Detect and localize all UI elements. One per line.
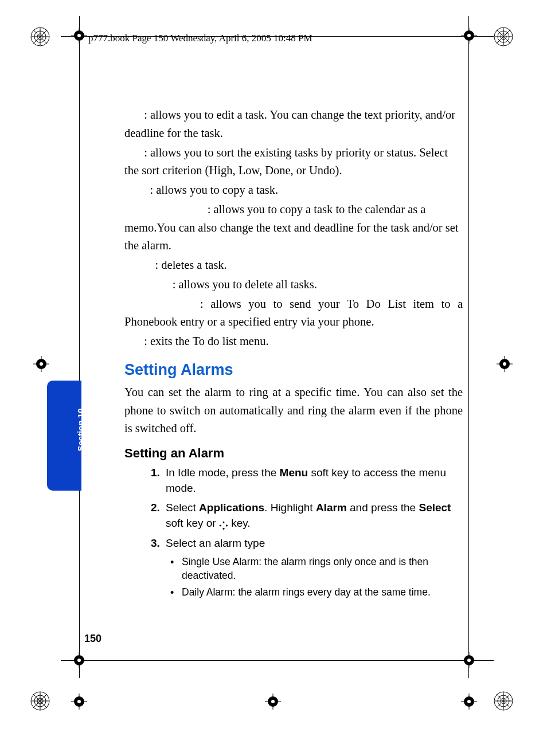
nav-key-icon [219,519,228,528]
crosshair-top-left [71,28,87,44]
step-number: 2. [151,500,160,516]
crosshair-bottom-right [461,652,477,668]
option-copy-to-calendar: Copy to Calendar: allows you to copy a t… [124,201,463,255]
crosshair-bottom-right-outer [461,694,477,710]
registration-mark-tl [30,27,50,47]
option-delete: Delete: deletes a task. [124,256,463,275]
crosshair-top-right [461,28,477,44]
step-2: 2. Select Applications. Highlight Alarm … [151,500,463,531]
svg-point-31 [467,34,471,37]
svg-point-63 [467,700,471,703]
svg-marker-67 [226,524,228,527]
crosshair-bottom-center [265,694,281,710]
step-number: 1. [151,465,160,481]
crop-line-bottom [61,660,494,661]
heading-setting-alarms: Setting Alarms [124,361,463,379]
option-exit: Exit: exits the To do list menu. [124,332,463,351]
svg-point-47 [77,659,81,662]
heading-setting-an-alarm: Setting an Alarm [124,446,463,461]
content-area: Edit: allows you to edit a task. You can… [124,106,463,603]
step-3: 3. Select an alarm type [151,536,463,551]
page-header-text: p777.book Page 150 Wednesday, April 6, 2… [88,33,312,44]
crosshair-left [33,356,49,372]
option-edit: Edit: allows you to edit a task. You can… [124,106,463,143]
crosshair-bottom-left-outer [71,694,87,710]
svg-marker-65 [222,528,225,530]
svg-point-59 [77,700,81,703]
page-number: 150 [84,633,101,645]
registration-mark-bl [30,691,50,711]
crosshair-right [497,356,513,372]
svg-point-51 [467,659,471,662]
step-number: 3. [151,536,160,551]
crosshair-bottom-left [71,652,87,668]
crop-line-right [468,16,469,678]
option-send-via: Send via SMS: allows you to send your To… [124,295,463,332]
bullet-daily-alarm: Daily Alarm: the alarm rings every day a… [170,586,463,600]
bullet-single-use: Single Use Alarm: the alarm rings only o… [170,555,463,582]
section-tab-label: Section 10 [76,401,85,459]
option-delete-all: Delete All: allows you to delete all tas… [124,276,463,294]
registration-mark-br [494,691,514,711]
step-1: 1. In Idle mode, press the Menu soft key… [151,465,463,496]
svg-marker-64 [222,521,225,523]
svg-marker-66 [219,524,221,527]
svg-point-55 [271,700,275,703]
registration-mark-tr [494,27,514,47]
svg-point-35 [77,34,81,37]
crop-line-left [79,16,80,678]
option-sort: Sort: allows you to sort the existing ta… [124,144,463,181]
option-copy: Copy: allows you to copy a task. [124,181,463,199]
setting-alarms-intro: You can set the alarm to ring at a speci… [124,383,463,438]
svg-point-43 [503,362,506,366]
svg-point-39 [40,362,43,366]
